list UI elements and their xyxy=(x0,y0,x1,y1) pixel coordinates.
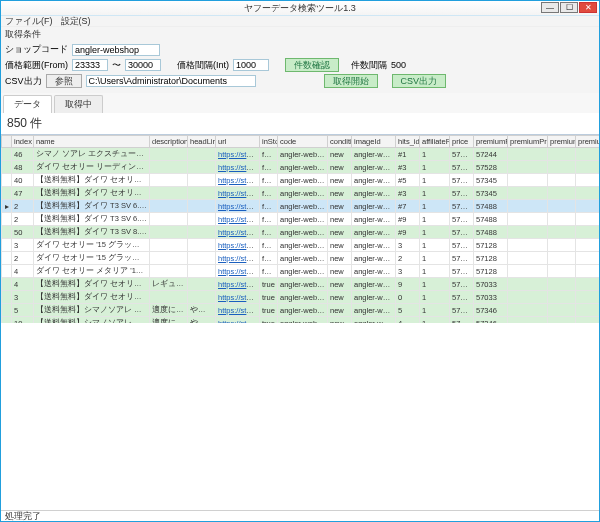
conditions-label: 取得条件 xyxy=(1,27,599,42)
col-headLine[interactable]: headLine xyxy=(188,136,216,148)
blank-area xyxy=(1,323,599,511)
col-price[interactable]: price xyxy=(450,136,474,148)
label-csvout: CSV出力 xyxy=(5,75,42,88)
col-premium[interactable]: premium xyxy=(576,136,600,148)
menu-file[interactable]: ファイル(F) xyxy=(5,15,53,28)
input-shopcode[interactable] xyxy=(72,44,160,56)
result-count: 850 件 xyxy=(1,113,599,134)
col-url[interactable]: url xyxy=(216,136,260,148)
table-row[interactable]: 3ダイワ セオリー '15 グラッシブレイド SG ベイト…https://st… xyxy=(2,239,600,252)
close-button[interactable]: ✕ xyxy=(579,2,597,13)
col-inStock[interactable]: inStock xyxy=(260,136,278,148)
row-price: 価格範囲(From) 〜 価格間隔(Int) 件数確認 件数間隔 500 xyxy=(1,57,599,73)
col-premium[interactable]: premium xyxy=(548,136,576,148)
label-priceint: 価格間隔(Int) xyxy=(177,59,229,72)
label-pricefrom: 価格範囲(From) xyxy=(5,59,68,72)
row-csv: CSV出力 参照 取得開始 CSV出力 xyxy=(1,73,599,89)
table-row[interactable]: 48ダイワ セオリー リーディングアルファ-ム_73M-1…https://st… xyxy=(2,161,600,174)
minimize-button[interactable]: — xyxy=(541,2,559,13)
statusbar: 処理完了 xyxy=(1,510,599,521)
input-priceto[interactable] xyxy=(125,59,161,71)
table-row[interactable]: 2ダイワ セオリー '15 グラッシブレイド SG スピニ…https://st… xyxy=(2,252,600,265)
col-premiumPriceStat[interactable]: premiumPriceStat xyxy=(508,136,548,148)
label-shopcode: ショップコード xyxy=(5,43,68,56)
menubar: ファイル(F) 設定(S) xyxy=(1,16,599,27)
button-startget[interactable]: 取得開始 xyxy=(324,74,378,88)
maximize-button[interactable]: ☐ xyxy=(560,2,578,13)
col-code[interactable]: code xyxy=(278,136,328,148)
col-condition[interactable]: condition xyxy=(328,136,352,148)
tabs: データ 取得中 xyxy=(1,93,599,113)
count-unit: 件 xyxy=(30,116,42,130)
col-index[interactable]: index xyxy=(12,136,34,148)
grid-table: indexnamedescriptionheadLineurlinStockco… xyxy=(1,135,599,323)
col-hits_id[interactable]: hits_id xyxy=(396,136,420,148)
col-name[interactable]: name xyxy=(34,136,150,148)
col-premiumPrice[interactable]: premiumPrice xyxy=(474,136,508,148)
col-description[interactable]: description xyxy=(150,136,188,148)
input-pricefrom[interactable] xyxy=(72,59,108,71)
col-affiliateRate[interactable]: affiliateRate xyxy=(420,136,450,148)
label-interval: 件数間隔 xyxy=(351,59,387,72)
table-row[interactable]: 50【送料無料】ダイワ T3 SV 8.1R-TW【0…https://stor… xyxy=(2,226,600,239)
button-countconfirm[interactable]: 件数確認 xyxy=(285,58,339,72)
label-to: 〜 xyxy=(112,59,121,72)
table-row[interactable]: 5【送料無料】シマノソアレ リファインドソー…適度に絞りこむ形状…やらびつく目ボ… xyxy=(2,304,600,317)
table-row[interactable]: 10【送料無料】シマノソアレ リファインドソー…適度に絞りこむ形状…やらびつく目… xyxy=(2,317,600,323)
col-imageId[interactable]: imageId xyxy=(352,136,396,148)
col-rowselector[interactable] xyxy=(2,136,12,148)
table-row[interactable]: 4ダイワ セオリー メタリア '15 ゼロサイド T5【お…https://st… xyxy=(2,265,600,278)
table-row[interactable]: 2【送料無料】ダイワ T3 SV 6.8L-TW【0…https://store… xyxy=(2,213,600,226)
grid-header-row: indexnamedescriptionheadLineurlinStockco… xyxy=(2,136,600,148)
button-csvout[interactable]: CSV出力 xyxy=(392,74,447,88)
table-row[interactable]: 3【送料無料】ダイワ セオリー エア エボリューシ…https://store.… xyxy=(2,291,600,304)
table-row[interactable]: 47【送料無料】ダイワ セオリー 大島_148-53型…https://stor… xyxy=(2,187,600,200)
count-value: 850 xyxy=(7,116,27,130)
tab-data[interactable]: データ xyxy=(3,95,52,113)
window-title: ヤフーデータ検索ツール1.3 xyxy=(244,1,356,16)
input-csvpath[interactable] xyxy=(86,75,256,87)
window-buttons: — ☐ ✕ xyxy=(540,2,597,13)
table-row[interactable]: ▸2【送料無料】ダイワ T3 SV 6.8R-TW【0…https://stor… xyxy=(2,200,600,213)
input-priceint[interactable] xyxy=(233,59,269,71)
row-shopcode: ショップコード xyxy=(1,42,599,57)
tab-progress[interactable]: 取得中 xyxy=(54,95,103,113)
value-interval: 500 xyxy=(391,60,406,70)
table-row[interactable]: 4【送料無料】ダイワ セオリー '16 スピニングリー…レギュラーテーパィ…ht… xyxy=(2,278,600,291)
menu-settings[interactable]: 設定(S) xyxy=(61,15,91,28)
titlebar: ヤフーデータ検索ツール1.3 — ☐ ✕ xyxy=(1,1,599,16)
table-row[interactable]: 40【送料無料】ダイワ セオリー リーディングスリル…https://store… xyxy=(2,174,600,187)
status-text: 処理完了 xyxy=(5,510,41,523)
app-window: ヤフーデータ検索ツール1.3 — ☐ ✕ ファイル(F) 設定(S) 取得条件 … xyxy=(0,0,600,522)
button-csvref[interactable]: 参照 xyxy=(46,74,82,88)
data-grid[interactable]: indexnamedescriptionheadLineurlinStockco… xyxy=(1,134,599,323)
table-row[interactable]: 46シマノ ソアレ エクスチューン S708ULT【お…https://stor… xyxy=(2,148,600,161)
